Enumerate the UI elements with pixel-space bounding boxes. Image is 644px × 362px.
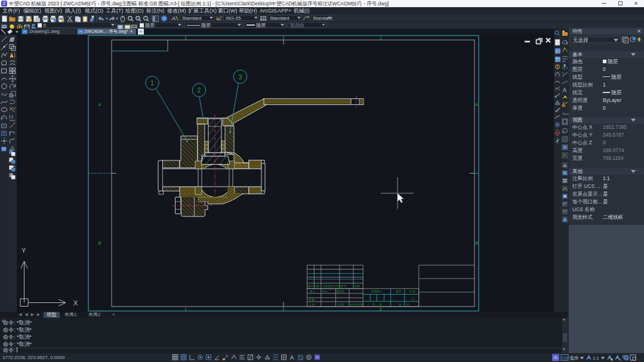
svg-text:日期: 日期 [355, 284, 359, 287]
svg-text:100: 100 [562, 356, 569, 360]
svg-text:工 艺: 工 艺 [309, 303, 315, 306]
svg-text:A: A [475, 103, 478, 107]
svg-text:审 核: 审 核 [309, 298, 315, 301]
svg-text:X: X [73, 299, 78, 307]
svg-text:比 例: 比 例 [409, 290, 415, 293]
svg-text:+: + [624, 39, 627, 43]
svg-text:2: 2 [380, 307, 382, 311]
svg-text:3: 3 [239, 74, 242, 81]
svg-text:B: B [98, 241, 101, 245]
svg-text:阶段标记: 阶段标记 [371, 290, 382, 293]
svg-text:B: B [475, 241, 478, 245]
svg-text:1: 1 [184, 36, 187, 40]
svg-text:2: 2 [198, 87, 201, 94]
svg-text:标记: 标记 [308, 284, 313, 288]
svg-text:±: ± [144, 16, 146, 20]
svg-text:A: A [171, 16, 175, 21]
svg-text:Y: Y [21, 247, 26, 254]
svg-text:张: 张 [379, 303, 382, 306]
svg-text:2022/01/18: 2022/01/18 [350, 303, 363, 306]
svg-text:共: 共 [372, 303, 375, 306]
svg-text:Text: Text [562, 112, 569, 116]
svg-text:2: 2 [380, 36, 382, 40]
svg-text:重 量: 重 量 [396, 290, 402, 293]
svg-text:1: 1 [184, 307, 187, 311]
svg-text:标准化: 标准化 [337, 290, 344, 293]
svg-text:Clark: Clark [322, 290, 328, 293]
svg-text:分区更改文件号: 分区更改文件号 [323, 284, 341, 287]
svg-text:1: 1 [150, 80, 154, 86]
svg-text:⊢: ⊢ [216, 16, 220, 21]
svg-text:第: 第 [399, 303, 401, 306]
svg-text:?: ? [163, 17, 165, 21]
svg-text:A: A [98, 103, 101, 107]
svg-text:1:1: 1:1 [411, 298, 415, 301]
svg-text:张: 张 [406, 303, 409, 306]
svg-text:1:1: 1:1 [593, 355, 599, 361]
svg-text:处数: 处数 [315, 284, 320, 287]
svg-text:设 计: 设 计 [310, 290, 316, 293]
svg-text:签 字: 签 字 [341, 284, 347, 287]
svg-text:日 期: 日 期 [338, 303, 344, 306]
svg-text:毫米: 毫米 [569, 355, 579, 361]
